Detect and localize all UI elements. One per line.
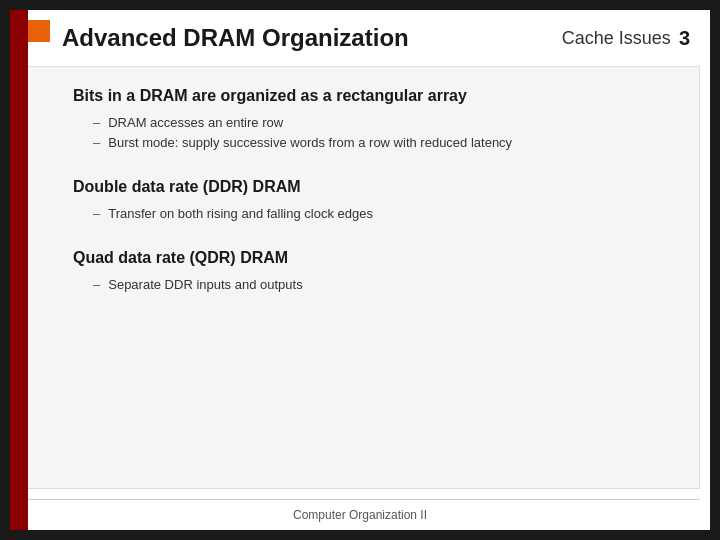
bullet-text: Separate DDR inputs and outputs — [108, 277, 302, 292]
bullet-dash: – — [93, 206, 100, 221]
slide-footer: Computer Organization II — [10, 500, 710, 530]
list-item: – Separate DDR inputs and outputs — [93, 277, 659, 292]
qdr-section-title: Quad data rate (QDR) DRAM — [73, 249, 659, 267]
bullet-dash: – — [93, 135, 100, 150]
ddr-bullet-list: – Transfer on both rising and falling cl… — [93, 206, 659, 221]
footer-text: Computer Organization II — [293, 508, 427, 522]
bullet-text: DRAM accesses an entire row — [108, 115, 283, 130]
bits-section: Bits in a DRAM are organized as a rectan… — [73, 87, 659, 150]
bullet-text: Burst mode: supply successive words from… — [108, 135, 512, 150]
slide-container: Advanced DRAM Organization Cache Issues … — [10, 10, 710, 530]
list-item: – Transfer on both rising and falling cl… — [93, 206, 659, 221]
bits-bullet-list: – DRAM accesses an entire row – Burst mo… — [93, 115, 659, 150]
slide-header: Advanced DRAM Organization Cache Issues … — [10, 10, 710, 66]
bullet-dash: – — [93, 115, 100, 130]
left-accent-bar — [10, 10, 28, 530]
bits-section-title: Bits in a DRAM are organized as a rectan… — [73, 87, 659, 105]
bullet-dash: – — [93, 277, 100, 292]
ddr-section-title: Double data rate (DDR) DRAM — [73, 178, 659, 196]
content-area: Bits in a DRAM are organized as a rectan… — [20, 66, 700, 489]
ddr-section: Double data rate (DDR) DRAM – Transfer o… — [73, 178, 659, 221]
cache-issues-label: Cache Issues — [562, 28, 671, 49]
list-item: – DRAM accesses an entire row — [93, 115, 659, 130]
orange-accent-square — [28, 20, 50, 42]
header-right: Cache Issues 3 — [562, 27, 690, 50]
slide-title: Advanced DRAM Organization — [62, 24, 409, 52]
slide-number: 3 — [679, 27, 690, 50]
qdr-section: Quad data rate (QDR) DRAM – Separate DDR… — [73, 249, 659, 292]
list-item: – Burst mode: supply successive words fr… — [93, 135, 659, 150]
bullet-text: Transfer on both rising and falling cloc… — [108, 206, 373, 221]
qdr-bullet-list: – Separate DDR inputs and outputs — [93, 277, 659, 292]
